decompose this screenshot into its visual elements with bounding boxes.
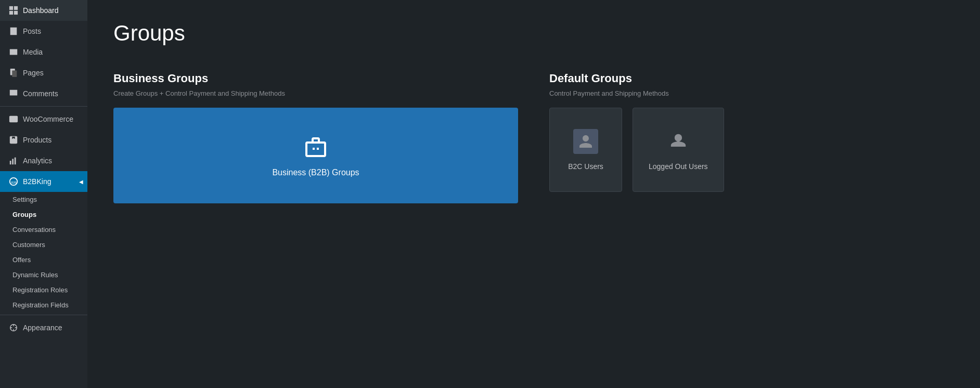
- media-icon: [8, 47, 19, 57]
- products-icon: [8, 135, 19, 145]
- sidebar-item-label: B2BKing: [23, 177, 51, 186]
- business-b2b-groups-label: Business (B2B) Groups: [272, 168, 359, 177]
- svg-text:Woo: Woo: [10, 118, 17, 121]
- default-groups-section: Default Groups Control Payment and Shipp…: [549, 72, 954, 192]
- sidebar-item-appearance[interactable]: Appearance: [0, 317, 87, 338]
- svg-rect-2: [9, 11, 13, 15]
- dashboard-icon: [8, 5, 19, 16]
- submenu-customers[interactable]: Customers: [0, 237, 87, 252]
- b2c-users-card[interactable]: B2C Users: [549, 108, 622, 192]
- woocommerce-icon: Woo: [8, 114, 19, 124]
- sidebar-item-media[interactable]: Media: [0, 42, 87, 62]
- sidebar-item-woocommerce[interactable]: Woo WooCommerce: [0, 109, 87, 130]
- logged-out-users-card[interactable]: Logged Out Users: [633, 108, 724, 192]
- b2c-users-label: B2C Users: [568, 162, 603, 171]
- svg-text:B2B: B2B: [11, 181, 17, 184]
- sidebar-item-label: Analytics: [23, 157, 52, 165]
- analytics-icon: [8, 156, 19, 166]
- sidebar-item-label: Posts: [23, 27, 41, 35]
- comments-icon: [8, 88, 19, 99]
- svg-rect-8: [10, 161, 11, 164]
- sidebar-item-products[interactable]: Products: [0, 130, 87, 150]
- sidebar-item-label: Dashboard: [23, 6, 59, 15]
- sidebar-divider-2: [0, 315, 87, 315]
- submenu-registration-fields[interactable]: Registration Fields: [0, 298, 87, 313]
- svg-rect-3: [14, 11, 18, 15]
- svg-rect-5: [12, 71, 17, 77]
- b2bking-icon: B2B: [8, 176, 19, 187]
- briefcase-icon: [303, 134, 329, 160]
- sidebar: Dashboard Posts Media Pages Comments Woo…: [0, 0, 87, 388]
- submenu-dynamic-rules[interactable]: Dynamic Rules: [0, 267, 87, 282]
- business-groups-section: Business Groups Create Groups + Control …: [113, 72, 518, 203]
- sidebar-item-analytics[interactable]: Analytics: [0, 150, 87, 171]
- business-groups-subtitle: Create Groups + Control Payment and Ship…: [113, 89, 518, 97]
- submenu-registration-roles[interactable]: Registration Roles: [0, 282, 87, 298]
- sidebar-item-label: Media: [23, 48, 43, 56]
- page-title: Groups: [113, 21, 954, 46]
- appearance-icon: [8, 322, 19, 333]
- business-groups-title: Business Groups: [113, 72, 518, 85]
- pages-icon: [8, 68, 19, 78]
- logged-out-user-icon: [666, 129, 691, 154]
- sidebar-item-label: WooCommerce: [23, 115, 73, 123]
- svg-rect-10: [15, 158, 16, 165]
- main-content: Groups Business Groups Create Groups + C…: [87, 0, 980, 388]
- groups-container: Business Groups Create Groups + Control …: [113, 72, 954, 203]
- default-groups-title: Default Groups: [549, 72, 954, 85]
- submenu-offers[interactable]: Offers: [0, 252, 87, 267]
- svg-rect-1: [14, 6, 18, 10]
- b2c-user-icon: [573, 129, 598, 154]
- logged-out-users-label: Logged Out Users: [649, 162, 708, 171]
- sidebar-divider: [0, 106, 87, 107]
- sidebar-item-label: Pages: [23, 69, 44, 77]
- svg-rect-0: [9, 6, 13, 10]
- posts-icon: [8, 26, 19, 36]
- submenu-groups[interactable]: Groups: [0, 207, 87, 222]
- b2bking-submenu: Settings Groups Conversations Customers …: [0, 192, 87, 313]
- business-b2b-groups-card[interactable]: Business (B2B) Groups: [113, 108, 518, 203]
- default-groups-cards: B2C Users Logged Out Users: [549, 108, 954, 192]
- svg-rect-9: [12, 159, 14, 164]
- submenu-settings[interactable]: Settings: [0, 192, 87, 207]
- sidebar-item-b2bking[interactable]: B2B B2BKing: [0, 171, 87, 192]
- sidebar-item-label: Appearance: [23, 324, 62, 332]
- sidebar-item-label: Comments: [23, 89, 58, 98]
- sidebar-item-posts[interactable]: Posts: [0, 21, 87, 42]
- sidebar-item-pages[interactable]: Pages: [0, 62, 87, 83]
- sidebar-item-comments[interactable]: Comments: [0, 83, 87, 104]
- sidebar-item-label: Products: [23, 136, 51, 144]
- submenu-conversations[interactable]: Conversations: [0, 222, 87, 237]
- sidebar-item-dashboard[interactable]: Dashboard: [0, 0, 87, 21]
- default-groups-subtitle: Control Payment and Shipping Methods: [549, 89, 954, 97]
